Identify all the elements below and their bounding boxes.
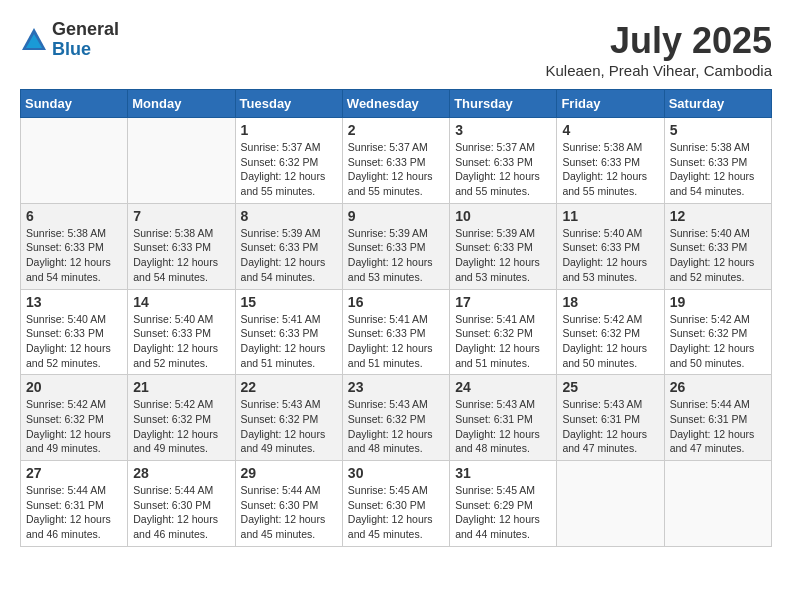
day-info: Sunrise: 5:45 AM Sunset: 6:30 PM Dayligh… — [348, 483, 444, 542]
day-number: 7 — [133, 208, 229, 224]
day-of-week-header: Tuesday — [235, 90, 342, 118]
day-info: Sunrise: 5:38 AM Sunset: 6:33 PM Dayligh… — [670, 140, 766, 199]
day-of-week-header: Thursday — [450, 90, 557, 118]
logo-general: General — [52, 20, 119, 40]
day-number: 18 — [562, 294, 658, 310]
day-number: 2 — [348, 122, 444, 138]
day-number: 9 — [348, 208, 444, 224]
day-info: Sunrise: 5:41 AM Sunset: 6:33 PM Dayligh… — [241, 312, 337, 371]
day-number: 19 — [670, 294, 766, 310]
day-info: Sunrise: 5:40 AM Sunset: 6:33 PM Dayligh… — [562, 226, 658, 285]
day-info: Sunrise: 5:38 AM Sunset: 6:33 PM Dayligh… — [133, 226, 229, 285]
calendar-cell: 15Sunrise: 5:41 AM Sunset: 6:33 PM Dayli… — [235, 289, 342, 375]
calendar-cell: 4Sunrise: 5:38 AM Sunset: 6:33 PM Daylig… — [557, 118, 664, 204]
day-number: 8 — [241, 208, 337, 224]
day-info: Sunrise: 5:42 AM Sunset: 6:32 PM Dayligh… — [133, 397, 229, 456]
day-number: 5 — [670, 122, 766, 138]
day-number: 13 — [26, 294, 122, 310]
day-number: 29 — [241, 465, 337, 481]
calendar-cell — [21, 118, 128, 204]
day-number: 23 — [348, 379, 444, 395]
day-info: Sunrise: 5:45 AM Sunset: 6:29 PM Dayligh… — [455, 483, 551, 542]
day-info: Sunrise: 5:43 AM Sunset: 6:31 PM Dayligh… — [562, 397, 658, 456]
calendar-cell: 8Sunrise: 5:39 AM Sunset: 6:33 PM Daylig… — [235, 203, 342, 289]
day-info: Sunrise: 5:38 AM Sunset: 6:33 PM Dayligh… — [562, 140, 658, 199]
calendar-cell: 22Sunrise: 5:43 AM Sunset: 6:32 PM Dayli… — [235, 375, 342, 461]
day-info: Sunrise: 5:43 AM Sunset: 6:31 PM Dayligh… — [455, 397, 551, 456]
calendar-cell: 5Sunrise: 5:38 AM Sunset: 6:33 PM Daylig… — [664, 118, 771, 204]
day-of-week-header: Friday — [557, 90, 664, 118]
day-number: 16 — [348, 294, 444, 310]
calendar-header-row: SundayMondayTuesdayWednesdayThursdayFrid… — [21, 90, 772, 118]
logo-text: General Blue — [52, 20, 119, 60]
calendar-cell: 18Sunrise: 5:42 AM Sunset: 6:32 PM Dayli… — [557, 289, 664, 375]
day-info: Sunrise: 5:43 AM Sunset: 6:32 PM Dayligh… — [241, 397, 337, 456]
calendar-cell: 23Sunrise: 5:43 AM Sunset: 6:32 PM Dayli… — [342, 375, 449, 461]
calendar-cell: 2Sunrise: 5:37 AM Sunset: 6:33 PM Daylig… — [342, 118, 449, 204]
calendar-cell: 17Sunrise: 5:41 AM Sunset: 6:32 PM Dayli… — [450, 289, 557, 375]
day-of-week-header: Wednesday — [342, 90, 449, 118]
day-info: Sunrise: 5:37 AM Sunset: 6:33 PM Dayligh… — [348, 140, 444, 199]
day-info: Sunrise: 5:42 AM Sunset: 6:32 PM Dayligh… — [26, 397, 122, 456]
day-info: Sunrise: 5:40 AM Sunset: 6:33 PM Dayligh… — [133, 312, 229, 371]
day-info: Sunrise: 5:44 AM Sunset: 6:31 PM Dayligh… — [26, 483, 122, 542]
day-number: 28 — [133, 465, 229, 481]
day-number: 31 — [455, 465, 551, 481]
day-number: 10 — [455, 208, 551, 224]
calendar-cell: 14Sunrise: 5:40 AM Sunset: 6:33 PM Dayli… — [128, 289, 235, 375]
day-number: 30 — [348, 465, 444, 481]
logo-blue: Blue — [52, 40, 119, 60]
logo-icon — [20, 26, 48, 54]
calendar-cell: 28Sunrise: 5:44 AM Sunset: 6:30 PM Dayli… — [128, 461, 235, 547]
calendar-cell: 25Sunrise: 5:43 AM Sunset: 6:31 PM Dayli… — [557, 375, 664, 461]
day-info: Sunrise: 5:39 AM Sunset: 6:33 PM Dayligh… — [348, 226, 444, 285]
day-number: 22 — [241, 379, 337, 395]
day-info: Sunrise: 5:37 AM Sunset: 6:33 PM Dayligh… — [455, 140, 551, 199]
day-info: Sunrise: 5:37 AM Sunset: 6:32 PM Dayligh… — [241, 140, 337, 199]
logo: General Blue — [20, 20, 119, 60]
month-title: July 2025 — [545, 20, 772, 62]
calendar-cell: 9Sunrise: 5:39 AM Sunset: 6:33 PM Daylig… — [342, 203, 449, 289]
day-info: Sunrise: 5:41 AM Sunset: 6:33 PM Dayligh… — [348, 312, 444, 371]
day-info: Sunrise: 5:40 AM Sunset: 6:33 PM Dayligh… — [670, 226, 766, 285]
title-area: July 2025 Kuleaen, Preah Vihear, Cambodi… — [545, 20, 772, 79]
calendar-cell — [557, 461, 664, 547]
day-info: Sunrise: 5:44 AM Sunset: 6:30 PM Dayligh… — [241, 483, 337, 542]
day-number: 12 — [670, 208, 766, 224]
day-info: Sunrise: 5:44 AM Sunset: 6:31 PM Dayligh… — [670, 397, 766, 456]
calendar-cell: 30Sunrise: 5:45 AM Sunset: 6:30 PM Dayli… — [342, 461, 449, 547]
day-of-week-header: Saturday — [664, 90, 771, 118]
calendar-cell — [128, 118, 235, 204]
day-number: 26 — [670, 379, 766, 395]
subtitle: Kuleaen, Preah Vihear, Cambodia — [545, 62, 772, 79]
calendar-week-row: 6Sunrise: 5:38 AM Sunset: 6:33 PM Daylig… — [21, 203, 772, 289]
calendar-cell: 1Sunrise: 5:37 AM Sunset: 6:32 PM Daylig… — [235, 118, 342, 204]
calendar-cell: 31Sunrise: 5:45 AM Sunset: 6:29 PM Dayli… — [450, 461, 557, 547]
calendar-cell: 16Sunrise: 5:41 AM Sunset: 6:33 PM Dayli… — [342, 289, 449, 375]
day-number: 3 — [455, 122, 551, 138]
calendar-cell: 13Sunrise: 5:40 AM Sunset: 6:33 PM Dayli… — [21, 289, 128, 375]
day-number: 24 — [455, 379, 551, 395]
calendar: SundayMondayTuesdayWednesdayThursdayFrid… — [20, 89, 772, 547]
day-number: 27 — [26, 465, 122, 481]
day-number: 14 — [133, 294, 229, 310]
calendar-week-row: 1Sunrise: 5:37 AM Sunset: 6:32 PM Daylig… — [21, 118, 772, 204]
day-info: Sunrise: 5:39 AM Sunset: 6:33 PM Dayligh… — [455, 226, 551, 285]
calendar-cell: 7Sunrise: 5:38 AM Sunset: 6:33 PM Daylig… — [128, 203, 235, 289]
calendar-cell: 29Sunrise: 5:44 AM Sunset: 6:30 PM Dayli… — [235, 461, 342, 547]
day-of-week-header: Monday — [128, 90, 235, 118]
calendar-cell: 12Sunrise: 5:40 AM Sunset: 6:33 PM Dayli… — [664, 203, 771, 289]
day-info: Sunrise: 5:39 AM Sunset: 6:33 PM Dayligh… — [241, 226, 337, 285]
calendar-cell: 21Sunrise: 5:42 AM Sunset: 6:32 PM Dayli… — [128, 375, 235, 461]
day-info: Sunrise: 5:44 AM Sunset: 6:30 PM Dayligh… — [133, 483, 229, 542]
day-info: Sunrise: 5:41 AM Sunset: 6:32 PM Dayligh… — [455, 312, 551, 371]
calendar-cell: 3Sunrise: 5:37 AM Sunset: 6:33 PM Daylig… — [450, 118, 557, 204]
day-number: 1 — [241, 122, 337, 138]
day-number: 21 — [133, 379, 229, 395]
calendar-cell: 20Sunrise: 5:42 AM Sunset: 6:32 PM Dayli… — [21, 375, 128, 461]
day-info: Sunrise: 5:42 AM Sunset: 6:32 PM Dayligh… — [670, 312, 766, 371]
calendar-cell: 27Sunrise: 5:44 AM Sunset: 6:31 PM Dayli… — [21, 461, 128, 547]
calendar-cell — [664, 461, 771, 547]
calendar-cell: 11Sunrise: 5:40 AM Sunset: 6:33 PM Dayli… — [557, 203, 664, 289]
day-info: Sunrise: 5:40 AM Sunset: 6:33 PM Dayligh… — [26, 312, 122, 371]
